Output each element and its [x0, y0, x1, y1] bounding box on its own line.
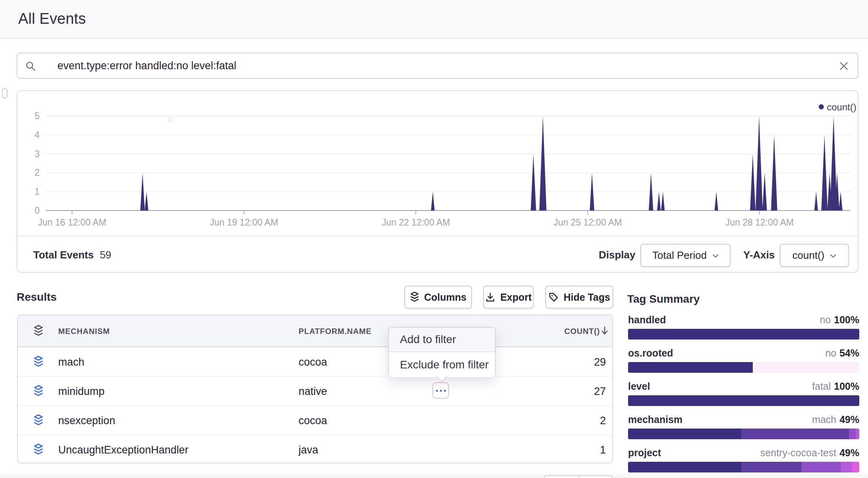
tag-bar[interactable] [628, 395, 859, 406]
stack-icon [33, 325, 44, 337]
tag-bar-segment[interactable] [628, 362, 753, 373]
tag-bar-segment[interactable] [801, 462, 841, 472]
button-label: Columns [424, 292, 466, 303]
tag-bar-segment[interactable] [852, 462, 859, 472]
y-axis-label: 4 [34, 130, 40, 140]
stack-icon [33, 444, 44, 455]
table-header-row: MECHANISM PLATFORM.NAME COUNT() [18, 315, 612, 347]
search-input[interactable] [55, 53, 843, 78]
tag-name: project [628, 447, 661, 459]
search-bar [17, 53, 858, 79]
cell-platform[interactable]: native [299, 385, 327, 398]
cell-count: 2 [600, 415, 606, 427]
hide-tags-button[interactable]: Hide Tags [545, 286, 613, 309]
cell-mechanism[interactable]: mach [58, 356, 84, 368]
pagination-buttons[interactable] [544, 475, 613, 478]
tag-bar-segment[interactable] [741, 429, 849, 439]
stack-icon [33, 356, 44, 368]
cell-platform[interactable]: cocoa [299, 415, 327, 427]
y-axis-label: 1 [34, 186, 40, 197]
columns-button[interactable]: Columns [404, 286, 472, 309]
chart-spike [756, 116, 763, 211]
tag-bar[interactable] [628, 362, 859, 373]
column-header-platform[interactable]: PLATFORM.NAME [299, 327, 371, 336]
tag-value: no54% [825, 347, 859, 359]
display-dropdown[interactable]: Total Period [640, 244, 731, 267]
events-chart: 012345Jun 16 12:00 AMJun 19 12:00 AMJun … [17, 91, 858, 235]
table-row[interactable]: UncaughtExceptionHandler java 1 [18, 435, 612, 463]
tag-name: level [628, 381, 650, 392]
cell-count: 29 [594, 356, 606, 368]
menu-item-add-to-filter[interactable]: Add to filter [389, 328, 495, 352]
tag-block-mechanism: mechanism mach49% [628, 414, 859, 439]
stack-icon [410, 292, 419, 303]
tag-name: handled [628, 314, 666, 326]
events-chart-panel: 012345Jun 16 12:00 AMJun 19 12:00 AMJun … [17, 90, 858, 273]
tag-bar-segment[interactable] [628, 395, 859, 406]
yaxis-label: Y-Axis [743, 249, 775, 261]
tag-name: mechanism [628, 414, 683, 425]
cell-count: 27 [594, 385, 606, 398]
tag-summary-title: Tag Summary [627, 293, 700, 305]
sort-desc-icon[interactable] [600, 326, 609, 336]
tag-block-level: level fatal100% [628, 381, 859, 406]
stack-icon [33, 325, 44, 338]
results-heading: Results [17, 291, 57, 303]
chart-spike [145, 192, 148, 211]
cell-actions-button[interactable] [432, 382, 449, 399]
download-icon [485, 292, 495, 302]
stack-icon [33, 444, 44, 456]
chart-spike [750, 154, 756, 211]
tag-bar-segment[interactable] [856, 429, 859, 439]
table-row[interactable]: mach cocoa 29 [18, 347, 612, 376]
tag-bar-segment[interactable] [741, 462, 801, 472]
tag-bar-segment[interactable] [753, 362, 859, 373]
tag-bar[interactable] [628, 462, 859, 472]
tag-bar[interactable] [628, 429, 859, 439]
cell-platform[interactable]: java [299, 444, 318, 456]
total-events-label: Total Events [33, 249, 94, 261]
y-axis-label: 0 [34, 205, 40, 216]
chevron-down-icon [830, 253, 836, 259]
legend-label[interactable]: count() [827, 102, 857, 112]
clear-search-icon[interactable] [839, 61, 849, 71]
tag-bar-segment[interactable] [841, 462, 852, 472]
chevron-down-icon [712, 253, 719, 259]
chart-spike [539, 116, 546, 211]
chart-footer: Total Events 59 Display Total Period Y-A… [17, 235, 858, 272]
chart-spike [431, 192, 434, 211]
chart-spike [531, 154, 536, 211]
search-icon [25, 61, 36, 71]
cell-mechanism[interactable]: nsexception [58, 415, 115, 427]
button-label: Hide Tags [563, 292, 610, 303]
table-row[interactable]: minidump native 27 [18, 376, 612, 406]
display-label: Display [599, 249, 636, 261]
chart-spike [814, 192, 818, 211]
tag-value: sentry-cocoa-test49% [760, 447, 859, 459]
tag-value: mach49% [812, 414, 859, 425]
cell-mechanism[interactable]: minidump [58, 385, 105, 398]
total-events-value: 59 [100, 249, 111, 261]
tag-bar-segment[interactable] [628, 462, 741, 472]
tag-bar-segment[interactable] [628, 429, 741, 439]
sidebar-collapse-handle[interactable] [2, 88, 8, 99]
cell-actions-menu: Add to filterExclude from filter [388, 327, 496, 377]
tag-name: os.rooted [628, 347, 673, 359]
tag-block-project: project sentry-cocoa-test49% [628, 447, 859, 472]
results-table: MECHANISM PLATFORM.NAME COUNT() mach coc… [17, 315, 613, 463]
export-button[interactable]: Export [483, 286, 534, 309]
table-row[interactable]: nsexception cocoa 2 [18, 406, 612, 435]
column-header-mechanism[interactable]: MECHANISM [58, 327, 110, 336]
cell-mechanism[interactable]: UncaughtExceptionHandler [58, 444, 188, 456]
tag-block-handled: handled no100% [628, 314, 859, 340]
tag-value: no100% [820, 314, 859, 326]
x-axis-label: Jun 19 12:00 AM [210, 217, 278, 228]
tag-bar-segment[interactable] [849, 429, 856, 439]
stack-icon [33, 414, 44, 427]
tag-bar[interactable] [628, 329, 859, 340]
column-header-count[interactable]: COUNT() [564, 327, 600, 336]
y-axis-label: 3 [34, 149, 40, 159]
yaxis-dropdown[interactable]: count() [780, 244, 849, 267]
cell-platform[interactable]: cocoa [299, 356, 327, 368]
tag-bar-segment[interactable] [628, 329, 859, 340]
